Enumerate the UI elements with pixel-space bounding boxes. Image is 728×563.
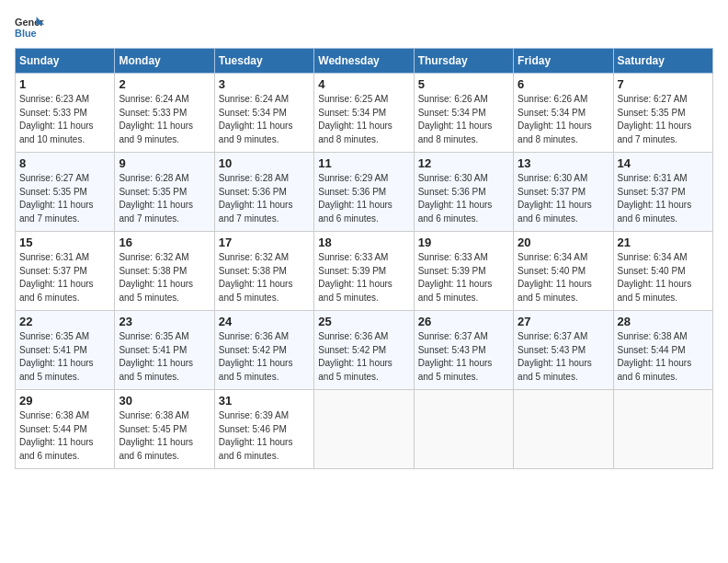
- day-number: 24: [219, 315, 310, 328]
- calendar-cell: 4 Sunrise: 6:25 AM Sunset: 5:34 PM Dayli…: [314, 74, 414, 153]
- weekday-header-thursday: Thursday: [414, 49, 513, 74]
- day-number: 18: [318, 236, 409, 249]
- calendar-week-2: 8 Sunrise: 6:27 AM Sunset: 5:35 PM Dayli…: [16, 153, 713, 232]
- day-number: 13: [518, 156, 609, 170]
- weekday-header-friday: Friday: [514, 49, 613, 74]
- day-number: 16: [119, 236, 210, 249]
- calendar-cell: 5 Sunrise: 6:26 AM Sunset: 5:34 PM Dayli…: [414, 74, 513, 153]
- day-number: 3: [219, 77, 310, 91]
- day-info: Sunrise: 6:38 AM Sunset: 5:44 PM Dayligh…: [618, 330, 709, 384]
- day-info: Sunrise: 6:34 AM Sunset: 5:40 PM Dayligh…: [518, 251, 609, 304]
- calendar-cell: 18 Sunrise: 6:33 AM Sunset: 5:39 PM Dayl…: [314, 232, 414, 311]
- calendar-cell: 19 Sunrise: 6:33 AM Sunset: 5:39 PM Dayl…: [414, 232, 513, 311]
- day-info: Sunrise: 6:24 AM Sunset: 5:33 PM Dayligh…: [119, 93, 210, 146]
- day-number: 31: [219, 394, 310, 408]
- day-number: 4: [318, 77, 409, 91]
- calendar-cell: [314, 390, 414, 469]
- day-info: Sunrise: 6:32 AM Sunset: 5:38 PM Dayligh…: [219, 251, 310, 304]
- day-info: Sunrise: 6:36 AM Sunset: 5:42 PM Dayligh…: [318, 330, 409, 384]
- day-number: 22: [19, 315, 110, 328]
- day-info: Sunrise: 6:29 AM Sunset: 5:36 PM Dayligh…: [318, 172, 409, 225]
- day-number: 11: [318, 156, 409, 170]
- day-info: Sunrise: 6:33 AM Sunset: 5:39 PM Dayligh…: [418, 251, 509, 304]
- calendar-cell: 16 Sunrise: 6:32 AM Sunset: 5:38 PM Dayl…: [115, 232, 214, 311]
- calendar-cell: 8 Sunrise: 6:27 AM Sunset: 5:35 PM Dayli…: [16, 153, 115, 232]
- calendar-cell: 11 Sunrise: 6:29 AM Sunset: 5:36 PM Dayl…: [314, 153, 414, 232]
- day-info: Sunrise: 6:26 AM Sunset: 5:34 PM Dayligh…: [518, 93, 609, 146]
- day-number: 23: [119, 315, 210, 328]
- day-number: 28: [618, 315, 709, 328]
- calendar-cell: 1 Sunrise: 6:23 AM Sunset: 5:33 PM Dayli…: [16, 74, 115, 153]
- day-info: Sunrise: 6:30 AM Sunset: 5:37 PM Dayligh…: [518, 172, 609, 225]
- day-info: Sunrise: 6:25 AM Sunset: 5:34 PM Dayligh…: [318, 93, 409, 146]
- calendar-cell: 20 Sunrise: 6:34 AM Sunset: 5:40 PM Dayl…: [514, 232, 613, 311]
- day-info: Sunrise: 6:27 AM Sunset: 5:35 PM Dayligh…: [618, 93, 709, 146]
- calendar-cell: 13 Sunrise: 6:30 AM Sunset: 5:37 PM Dayl…: [514, 153, 613, 232]
- calendar-cell: 31 Sunrise: 6:39 AM Sunset: 5:46 PM Dayl…: [214, 390, 313, 469]
- day-info: Sunrise: 6:33 AM Sunset: 5:39 PM Dayligh…: [318, 251, 409, 304]
- calendar-week-1: 1 Sunrise: 6:23 AM Sunset: 5:33 PM Dayli…: [16, 74, 713, 153]
- calendar-cell: 15 Sunrise: 6:31 AM Sunset: 5:37 PM Dayl…: [16, 232, 115, 311]
- logo: General Blue: [15, 15, 44, 40]
- day-number: 15: [19, 236, 110, 249]
- day-info: Sunrise: 6:28 AM Sunset: 5:36 PM Dayligh…: [219, 172, 310, 225]
- calendar-cell: 12 Sunrise: 6:30 AM Sunset: 5:36 PM Dayl…: [414, 153, 513, 232]
- day-number: 1: [19, 77, 110, 91]
- day-info: Sunrise: 6:28 AM Sunset: 5:35 PM Dayligh…: [119, 172, 210, 225]
- logo-icon: General Blue: [15, 15, 44, 40]
- calendar-cell: 9 Sunrise: 6:28 AM Sunset: 5:35 PM Dayli…: [115, 153, 214, 232]
- day-info: Sunrise: 6:31 AM Sunset: 5:37 PM Dayligh…: [618, 172, 709, 225]
- day-info: Sunrise: 6:24 AM Sunset: 5:34 PM Dayligh…: [219, 93, 310, 146]
- day-info: Sunrise: 6:35 AM Sunset: 5:41 PM Dayligh…: [19, 330, 110, 384]
- page-header: General Blue: [15, 15, 713, 40]
- day-info: Sunrise: 6:23 AM Sunset: 5:33 PM Dayligh…: [19, 93, 110, 146]
- calendar-cell: 17 Sunrise: 6:32 AM Sunset: 5:38 PM Dayl…: [214, 232, 313, 311]
- calendar-cell: [414, 390, 513, 469]
- day-info: Sunrise: 6:38 AM Sunset: 5:44 PM Dayligh…: [19, 409, 110, 463]
- weekday-header-wednesday: Wednesday: [314, 49, 414, 74]
- day-info: Sunrise: 6:31 AM Sunset: 5:37 PM Dayligh…: [19, 251, 110, 304]
- calendar-cell: 21 Sunrise: 6:34 AM Sunset: 5:40 PM Dayl…: [613, 232, 712, 311]
- calendar-cell: [514, 390, 613, 469]
- day-number: 20: [518, 236, 609, 249]
- day-info: Sunrise: 6:37 AM Sunset: 5:43 PM Dayligh…: [418, 330, 509, 384]
- calendar-cell: 6 Sunrise: 6:26 AM Sunset: 5:34 PM Dayli…: [514, 74, 613, 153]
- day-number: 26: [418, 315, 509, 328]
- svg-text:Blue: Blue: [15, 28, 37, 39]
- calendar-cell: 7 Sunrise: 6:27 AM Sunset: 5:35 PM Dayli…: [613, 74, 712, 153]
- day-info: Sunrise: 6:35 AM Sunset: 5:41 PM Dayligh…: [119, 330, 210, 384]
- day-number: 25: [318, 315, 409, 328]
- calendar-cell: 24 Sunrise: 6:36 AM Sunset: 5:42 PM Dayl…: [214, 311, 313, 390]
- weekday-header-monday: Monday: [115, 49, 214, 74]
- calendar-cell: 29 Sunrise: 6:38 AM Sunset: 5:44 PM Dayl…: [16, 390, 115, 469]
- weekday-header-tuesday: Tuesday: [214, 49, 313, 74]
- calendar-cell: 3 Sunrise: 6:24 AM Sunset: 5:34 PM Dayli…: [214, 74, 313, 153]
- calendar-cell: 28 Sunrise: 6:38 AM Sunset: 5:44 PM Dayl…: [613, 311, 712, 390]
- calendar-cell: 2 Sunrise: 6:24 AM Sunset: 5:33 PM Dayli…: [115, 74, 214, 153]
- calendar-week-5: 29 Sunrise: 6:38 AM Sunset: 5:44 PM Dayl…: [16, 390, 713, 469]
- calendar-cell: 26 Sunrise: 6:37 AM Sunset: 5:43 PM Dayl…: [414, 311, 513, 390]
- day-number: 6: [518, 77, 609, 91]
- calendar-table: SundayMondayTuesdayWednesdayThursdayFrid…: [15, 48, 713, 469]
- day-info: Sunrise: 6:27 AM Sunset: 5:35 PM Dayligh…: [19, 172, 110, 225]
- day-info: Sunrise: 6:34 AM Sunset: 5:40 PM Dayligh…: [618, 251, 709, 304]
- day-info: Sunrise: 6:30 AM Sunset: 5:36 PM Dayligh…: [418, 172, 509, 225]
- weekday-header-sunday: Sunday: [16, 49, 115, 74]
- calendar-cell: 27 Sunrise: 6:37 AM Sunset: 5:43 PM Dayl…: [514, 311, 613, 390]
- day-info: Sunrise: 6:26 AM Sunset: 5:34 PM Dayligh…: [418, 93, 509, 146]
- day-info: Sunrise: 6:38 AM Sunset: 5:45 PM Dayligh…: [119, 409, 210, 463]
- day-info: Sunrise: 6:37 AM Sunset: 5:43 PM Dayligh…: [518, 330, 609, 384]
- day-number: 10: [219, 156, 310, 170]
- day-number: 14: [618, 156, 709, 170]
- day-info: Sunrise: 6:39 AM Sunset: 5:46 PM Dayligh…: [219, 409, 310, 463]
- day-info: Sunrise: 6:32 AM Sunset: 5:38 PM Dayligh…: [119, 251, 210, 304]
- calendar-cell: [613, 390, 712, 469]
- day-number: 19: [418, 236, 509, 249]
- day-number: 7: [618, 77, 709, 91]
- day-number: 12: [418, 156, 509, 170]
- day-number: 29: [19, 394, 110, 408]
- day-info: Sunrise: 6:36 AM Sunset: 5:42 PM Dayligh…: [219, 330, 310, 384]
- calendar-cell: 23 Sunrise: 6:35 AM Sunset: 5:41 PM Dayl…: [115, 311, 214, 390]
- day-number: 17: [219, 236, 310, 249]
- day-number: 27: [518, 315, 609, 328]
